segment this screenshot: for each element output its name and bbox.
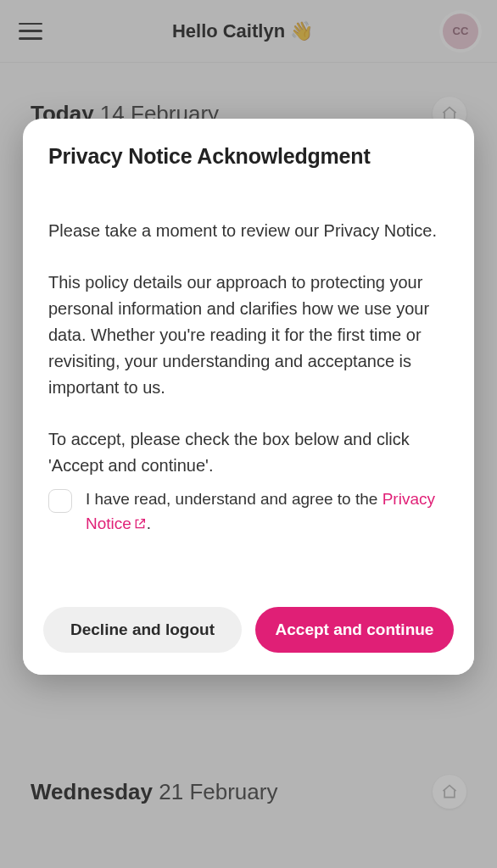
privacy-modal: Privacy Notice Acknowledgment Please tak… <box>23 119 474 675</box>
modal-body: Privacy Notice Acknowledgment Please tak… <box>23 119 474 554</box>
consent-label-post: . <box>147 515 151 532</box>
consent-row: I have read, understand and agree to the… <box>48 487 449 537</box>
modal-title: Privacy Notice Acknowledgment <box>48 144 449 169</box>
modal-overlay: Privacy Notice Acknowledgment Please tak… <box>0 0 497 868</box>
modal-footer: Decline and logout Accept and continue <box>23 588 474 675</box>
consent-label-pre: I have read, understand and agree to the <box>86 490 383 508</box>
decline-button[interactable]: Decline and logout <box>43 607 242 653</box>
modal-para-1: Please take a moment to review our Priva… <box>48 218 449 244</box>
consent-label: I have read, understand and agree to the… <box>86 487 449 537</box>
modal-para-3: To accept, please check the box below an… <box>48 426 449 479</box>
modal-para-2: This policy details our approach to prot… <box>48 270 449 401</box>
external-link-icon <box>133 514 147 538</box>
consent-checkbox[interactable] <box>48 489 72 513</box>
modal-text: Please take a moment to review our Priva… <box>48 218 449 479</box>
accept-button[interactable]: Accept and continue <box>255 607 454 653</box>
